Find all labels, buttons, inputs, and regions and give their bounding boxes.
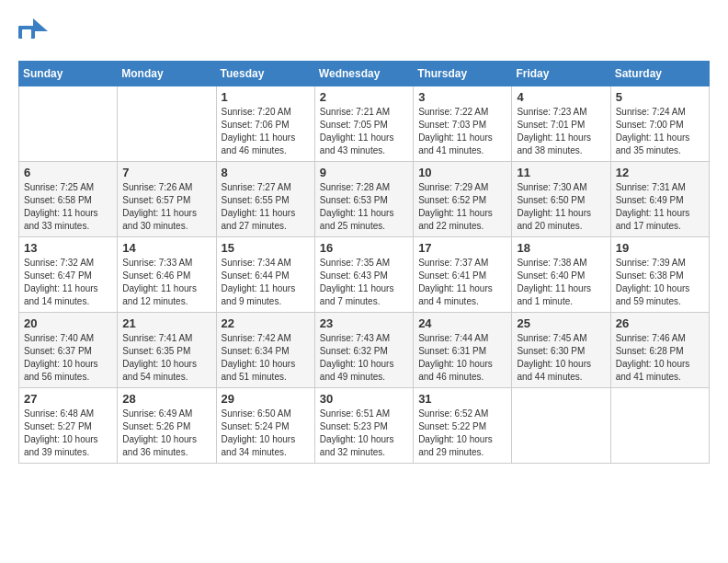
calendar-cell: 1Sunrise: 7:20 AM Sunset: 7:06 PM Daylig… <box>216 86 314 162</box>
calendar-cell: 28Sunrise: 6:49 AM Sunset: 5:26 PM Dayli… <box>118 388 216 464</box>
calendar-header-sunday: Sunday <box>19 62 118 86</box>
day-info: Sunrise: 7:41 AM Sunset: 6:35 PM Dayligh… <box>122 332 210 384</box>
day-info: Sunrise: 7:32 AM Sunset: 6:47 PM Dayligh… <box>24 257 112 308</box>
calendar-cell: 17Sunrise: 7:37 AM Sunset: 6:41 PM Dayli… <box>414 237 512 313</box>
calendar-cell: 31Sunrise: 6:52 AM Sunset: 5:22 PM Dayli… <box>414 388 512 464</box>
day-info: Sunrise: 6:48 AM Sunset: 5:27 PM Dayligh… <box>24 408 112 459</box>
day-info: Sunrise: 7:40 AM Sunset: 6:37 PM Dayligh… <box>24 332 112 384</box>
day-info: Sunrise: 7:31 AM Sunset: 6:49 PM Dayligh… <box>616 181 704 233</box>
calendar-header-row: SundayMondayTuesdayWednesdayThursdayFrid… <box>19 62 710 86</box>
day-number: 13 <box>24 241 112 255</box>
day-number: 16 <box>320 241 408 255</box>
day-number: 30 <box>320 392 408 406</box>
calendar-header-friday: Friday <box>512 62 610 86</box>
page-header <box>18 18 710 46</box>
day-number: 21 <box>122 316 210 330</box>
calendar-cell: 4Sunrise: 7:23 AM Sunset: 7:01 PM Daylig… <box>512 86 610 162</box>
calendar-cell: 25Sunrise: 7:45 AM Sunset: 6:30 PM Dayli… <box>512 313 610 388</box>
calendar-cell: 19Sunrise: 7:39 AM Sunset: 6:38 PM Dayli… <box>610 237 709 313</box>
day-info: Sunrise: 7:27 AM Sunset: 6:55 PM Dayligh… <box>222 181 310 233</box>
calendar-cell: 24Sunrise: 7:44 AM Sunset: 6:31 PM Dayli… <box>414 313 512 388</box>
day-info: Sunrise: 7:46 AM Sunset: 6:28 PM Dayligh… <box>616 332 704 384</box>
day-number: 19 <box>616 241 704 255</box>
calendar-header-wednesday: Wednesday <box>314 62 413 86</box>
day-number: 8 <box>222 166 310 179</box>
day-number: 10 <box>418 166 506 179</box>
day-info: Sunrise: 7:45 AM Sunset: 6:30 PM Dayligh… <box>517 332 605 384</box>
calendar-cell: 26Sunrise: 7:46 AM Sunset: 6:28 PM Dayli… <box>610 313 709 388</box>
day-number: 23 <box>320 316 408 330</box>
calendar-header-thursday: Thursday <box>414 62 512 86</box>
day-info: Sunrise: 7:34 AM Sunset: 6:44 PM Dayligh… <box>222 257 310 308</box>
calendar-week-row-3: 13Sunrise: 7:32 AM Sunset: 6:47 PM Dayli… <box>19 237 710 313</box>
calendar-cell: 3Sunrise: 7:22 AM Sunset: 7:03 PM Daylig… <box>414 86 512 162</box>
calendar-cell: 30Sunrise: 6:51 AM Sunset: 5:23 PM Dayli… <box>314 388 413 464</box>
calendar-cell: 15Sunrise: 7:34 AM Sunset: 6:44 PM Dayli… <box>216 237 314 313</box>
day-number: 31 <box>418 392 506 406</box>
day-info: Sunrise: 7:37 AM Sunset: 6:41 PM Dayligh… <box>418 257 506 308</box>
day-info: Sunrise: 7:44 AM Sunset: 6:31 PM Dayligh… <box>418 332 506 384</box>
day-info: Sunrise: 7:42 AM Sunset: 6:34 PM Dayligh… <box>222 332 310 384</box>
calendar-cell: 27Sunrise: 6:48 AM Sunset: 5:27 PM Dayli… <box>19 388 118 464</box>
day-info: Sunrise: 7:23 AM Sunset: 7:01 PM Dayligh… <box>517 106 605 157</box>
day-number: 26 <box>616 316 704 330</box>
calendar-cell: 18Sunrise: 7:38 AM Sunset: 6:40 PM Dayli… <box>512 237 610 313</box>
calendar-cell: 2Sunrise: 7:21 AM Sunset: 7:05 PM Daylig… <box>314 86 413 162</box>
calendar-cell: 10Sunrise: 7:29 AM Sunset: 6:52 PM Dayli… <box>414 162 512 237</box>
calendar-header-tuesday: Tuesday <box>216 62 314 86</box>
day-info: Sunrise: 6:51 AM Sunset: 5:23 PM Dayligh… <box>320 408 408 459</box>
day-info: Sunrise: 7:28 AM Sunset: 6:53 PM Dayligh… <box>320 181 408 233</box>
day-info: Sunrise: 7:30 AM Sunset: 6:50 PM Dayligh… <box>517 181 605 233</box>
calendar-cell: 12Sunrise: 7:31 AM Sunset: 6:49 PM Dayli… <box>610 162 709 237</box>
day-number: 20 <box>24 316 112 330</box>
calendar-cell: 6Sunrise: 7:25 AM Sunset: 6:58 PM Daylig… <box>19 162 118 237</box>
calendar-cell: 11Sunrise: 7:30 AM Sunset: 6:50 PM Dayli… <box>512 162 610 237</box>
day-info: Sunrise: 7:29 AM Sunset: 6:52 PM Dayligh… <box>418 181 506 233</box>
day-number: 22 <box>222 316 310 330</box>
calendar-cell: 8Sunrise: 7:27 AM Sunset: 6:55 PM Daylig… <box>216 162 314 237</box>
calendar-cell <box>19 86 118 162</box>
day-number: 28 <box>122 392 210 406</box>
day-number: 17 <box>418 241 506 255</box>
day-info: Sunrise: 7:43 AM Sunset: 6:32 PM Dayligh… <box>320 332 408 384</box>
day-info: Sunrise: 7:22 AM Sunset: 7:03 PM Dayligh… <box>418 106 506 157</box>
day-number: 6 <box>24 166 112 179</box>
calendar-cell: 14Sunrise: 7:33 AM Sunset: 6:46 PM Dayli… <box>118 237 216 313</box>
calendar-body: 1Sunrise: 7:20 AM Sunset: 7:06 PM Daylig… <box>19 86 710 464</box>
calendar-cell: 21Sunrise: 7:41 AM Sunset: 6:35 PM Dayli… <box>118 313 216 388</box>
calendar-cell: 9Sunrise: 7:28 AM Sunset: 6:53 PM Daylig… <box>314 162 413 237</box>
svg-rect-2 <box>22 29 31 39</box>
day-number: 24 <box>418 316 506 330</box>
calendar-cell: 5Sunrise: 7:24 AM Sunset: 7:00 PM Daylig… <box>610 86 709 162</box>
day-info: Sunrise: 6:50 AM Sunset: 5:24 PM Dayligh… <box>222 408 310 459</box>
day-number: 2 <box>320 90 408 104</box>
day-info: Sunrise: 6:52 AM Sunset: 5:22 PM Dayligh… <box>418 408 506 459</box>
day-number: 14 <box>122 241 210 255</box>
calendar-week-row-2: 6Sunrise: 7:25 AM Sunset: 6:58 PM Daylig… <box>19 162 710 237</box>
calendar-week-row-1: 1Sunrise: 7:20 AM Sunset: 7:06 PM Daylig… <box>19 86 710 162</box>
calendar-cell <box>512 388 610 464</box>
day-number: 1 <box>222 90 310 104</box>
day-info: Sunrise: 7:39 AM Sunset: 6:38 PM Dayligh… <box>616 257 704 308</box>
calendar-cell: 23Sunrise: 7:43 AM Sunset: 6:32 PM Dayli… <box>314 313 413 388</box>
day-number: 27 <box>24 392 112 406</box>
day-number: 25 <box>517 316 605 330</box>
day-number: 18 <box>517 241 605 255</box>
calendar-cell: 20Sunrise: 7:40 AM Sunset: 6:37 PM Dayli… <box>19 313 118 388</box>
day-number: 7 <box>122 166 210 179</box>
calendar-header-monday: Monday <box>118 62 216 86</box>
day-info: Sunrise: 7:25 AM Sunset: 6:58 PM Dayligh… <box>24 181 112 233</box>
day-info: Sunrise: 7:26 AM Sunset: 6:57 PM Dayligh… <box>122 181 210 233</box>
day-number: 12 <box>616 166 704 179</box>
day-number: 3 <box>418 90 506 104</box>
day-number: 29 <box>222 392 310 406</box>
calendar-cell: 16Sunrise: 7:35 AM Sunset: 6:43 PM Dayli… <box>314 237 413 313</box>
calendar-cell: 29Sunrise: 6:50 AM Sunset: 5:24 PM Dayli… <box>216 388 314 464</box>
day-info: Sunrise: 7:38 AM Sunset: 6:40 PM Dayligh… <box>517 257 605 308</box>
calendar-table: SundayMondayTuesdayWednesdayThursdayFrid… <box>18 61 710 464</box>
logo <box>18 18 51 46</box>
calendar-week-row-4: 20Sunrise: 7:40 AM Sunset: 6:37 PM Dayli… <box>19 313 710 388</box>
calendar-cell: 7Sunrise: 7:26 AM Sunset: 6:57 PM Daylig… <box>118 162 216 237</box>
day-number: 5 <box>616 90 704 104</box>
day-info: Sunrise: 7:35 AM Sunset: 6:43 PM Dayligh… <box>320 257 408 308</box>
